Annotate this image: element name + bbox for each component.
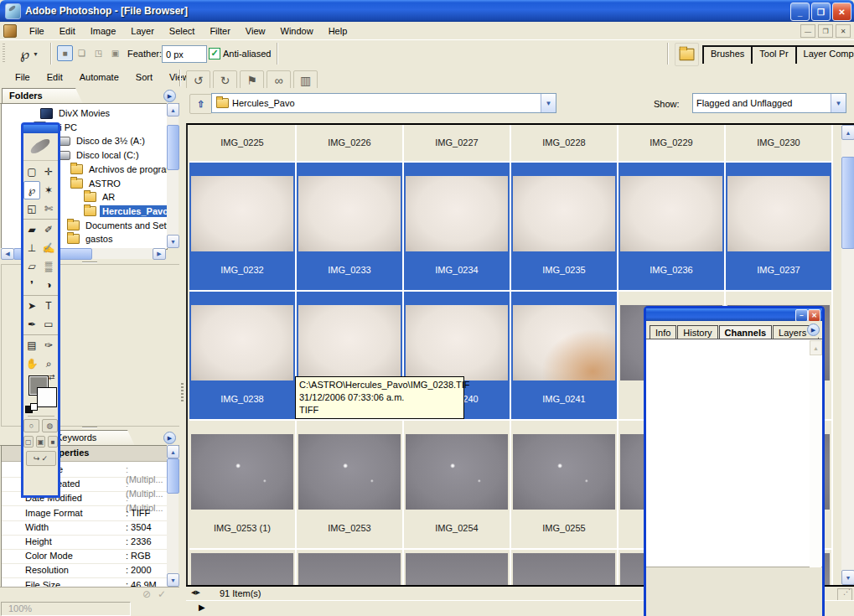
- thumbnail-cell[interactable]: IMG_0230: [726, 125, 831, 161]
- mdi-minimize-button[interactable]: —: [800, 24, 815, 38]
- palette-tab-channels[interactable]: Channels: [719, 325, 773, 339]
- gradient-tool[interactable]: ▒: [40, 257, 57, 276]
- channels-list[interactable]: ▲: [646, 339, 822, 567]
- menu-image[interactable]: Image: [83, 23, 124, 39]
- palette-menu-button[interactable]: ▶: [807, 324, 820, 336]
- thumbnail-cell[interactable]: IMG_0255: [511, 421, 617, 548]
- tree-item-documents-and-settin[interactable]: Documents and Settin: [67, 219, 168, 232]
- antialiased-checkbox[interactable]: ✓: [209, 48, 220, 60]
- thumbnail-cell[interactable]: IMG_0227: [404, 125, 510, 161]
- menu-file[interactable]: File: [22, 23, 52, 39]
- thumbnail-cell[interactable]: [404, 550, 510, 585]
- blur-tool[interactable]: ❜: [23, 276, 40, 294]
- quick-mask-mode-button[interactable]: ◍: [42, 419, 58, 432]
- thumbnail-cell[interactable]: [297, 550, 402, 585]
- options-bar-grip[interactable]: [3, 44, 5, 64]
- thumbnail-cell[interactable]: IMG_0228: [511, 125, 617, 161]
- up-one-level-button[interactable]: ⇧: [189, 94, 212, 114]
- subtract-from-selection-button[interactable]: ◳: [91, 45, 106, 61]
- history-brush-tool[interactable]: ✍: [40, 239, 57, 257]
- restore-button[interactable]: ❐: [811, 3, 831, 21]
- metadata-panel-menu-button[interactable]: ▶: [163, 432, 176, 444]
- thumbnail-cell[interactable]: IMG_0226: [297, 125, 402, 161]
- full-screen-mode-button[interactable]: ■: [48, 436, 58, 448]
- menu-help[interactable]: Help: [321, 23, 355, 39]
- type-tool[interactable]: T: [40, 297, 57, 315]
- channels-palette[interactable]: − ✕ InfoHistoryChannelsLayers▶ ▲: [644, 306, 825, 616]
- crop-tool[interactable]: ◱: [23, 199, 40, 218]
- folders-panel-menu-button[interactable]: ▶: [163, 90, 176, 102]
- toolbox-title-bar[interactable]: [23, 125, 58, 133]
- browser-menu-edit[interactable]: Edit: [39, 70, 71, 84]
- palette-tab-history[interactable]: History: [677, 325, 717, 339]
- grip-icon[interactable]: [837, 588, 852, 601]
- thumbnail-cell[interactable]: IMG_0236: [619, 163, 724, 290]
- thumbnail-cell[interactable]: IMG_0229: [619, 125, 724, 161]
- mdi-close-button[interactable]: ✕: [836, 24, 851, 38]
- panel-splitter[interactable]: [179, 88, 186, 600]
- healing-brush-tool[interactable]: ▰: [23, 220, 40, 239]
- thumbnail-cell[interactable]: IMG_0253: [297, 421, 402, 548]
- rectangular-marquee-tool[interactable]: ▢: [23, 163, 40, 181]
- zoom-level-box[interactable]: 100%: [1, 602, 131, 616]
- browser-menu-automate[interactable]: Automate: [71, 70, 127, 84]
- default-colors-icon[interactable]: [25, 403, 38, 415]
- brush-tool[interactable]: ✐: [40, 220, 57, 239]
- menu-edit[interactable]: Edit: [52, 23, 83, 39]
- file-browser-toggle-button[interactable]: [675, 43, 699, 66]
- thumbnail-cell[interactable]: IMG_0238: [189, 292, 295, 419]
- lasso-tool[interactable]: ℘: [23, 181, 40, 199]
- magic-wand-tool[interactable]: ✶: [40, 181, 57, 199]
- dodge-tool[interactable]: ◑: [40, 276, 57, 294]
- scrollbar-thumb[interactable]: [167, 458, 179, 494]
- standard-mode-button[interactable]: ○: [23, 419, 39, 432]
- apply-icon[interactable]: ✓: [158, 588, 166, 600]
- scroll-up-button[interactable]: ▲: [841, 125, 854, 140]
- mdi-restore-button[interactable]: ❐: [818, 24, 833, 38]
- tree-item-divx-movies[interactable]: DivX Movies: [40, 106, 112, 120]
- scroll-down-button[interactable]: ▼: [167, 573, 179, 587]
- scroll-down-button[interactable]: ▼: [167, 235, 179, 248]
- tree-item-gastos[interactable]: gastos: [67, 232, 115, 246]
- palette-minimize-button[interactable]: −: [795, 309, 808, 322]
- clone-stamp-tool[interactable]: ⊥: [23, 239, 40, 257]
- tree-item-ar[interactable]: AR: [84, 190, 117, 204]
- thumbnail-cell[interactable]: [189, 550, 295, 585]
- show-filter-dropdown[interactable]: Flagged and Unflagged ▼: [692, 93, 846, 113]
- eraser-tool[interactable]: ▱: [23, 257, 40, 276]
- browser-menu-sort[interactable]: Sort: [127, 70, 161, 84]
- zoom-tool[interactable]: ⌕: [40, 355, 57, 373]
- full-screen-menubar-mode-button[interactable]: ▣: [36, 436, 46, 448]
- scroll-right-button[interactable]: ▶: [153, 248, 166, 260]
- new-selection-button[interactable]: ■: [57, 45, 73, 61]
- scroll-down-button[interactable]: ▼: [841, 570, 854, 585]
- thumbnail-cell[interactable]: IMG_0225: [189, 125, 295, 161]
- well-tab-tool-pr[interactable]: Tool Pr: [753, 47, 796, 64]
- thumbnail-cell[interactable]: IMG_0235: [511, 163, 617, 290]
- chevron-down-icon[interactable]: ▼: [541, 94, 556, 112]
- hand-tool[interactable]: ✋: [23, 355, 40, 373]
- scrollbar-thumb[interactable]: [841, 157, 854, 249]
- edit-in-imageready-button[interactable]: ↪ ✓: [26, 451, 56, 466]
- cancel-icon[interactable]: ⊘: [142, 588, 151, 600]
- thumbnail-cell[interactable]: [511, 550, 617, 585]
- thumbnail-cell[interactable]: IMG_0232: [189, 163, 295, 290]
- thumbnail-cell[interactable]: IMG_0233: [297, 163, 402, 290]
- folders-v-scrollbar[interactable]: ▲ ▼: [167, 103, 179, 248]
- intersect-selection-button[interactable]: ▣: [107, 45, 123, 61]
- path-selection-tool[interactable]: ➤: [23, 297, 40, 315]
- tree-item-disco-local-c-[interactable]: Disco local (C:): [57, 148, 142, 162]
- tree-item-archivos-de-programa[interactable]: Archivos de programa: [70, 163, 168, 176]
- menu-select[interactable]: Select: [162, 23, 203, 39]
- menu-view[interactable]: View: [238, 23, 273, 39]
- thumbnail-cell[interactable]: IMG_0253 (1): [189, 421, 295, 548]
- slice-tool[interactable]: ✄: [40, 199, 57, 218]
- eyedropper-tool[interactable]: ✑: [40, 336, 57, 355]
- menu-filter[interactable]: Filter: [202, 23, 237, 39]
- browser-menu-file[interactable]: File: [7, 70, 39, 84]
- minimize-button[interactable]: _: [790, 3, 810, 21]
- add-to-selection-button[interactable]: ❏: [74, 45, 90, 61]
- palette-close-button[interactable]: ✕: [808, 309, 820, 322]
- thumbnail-cell[interactable]: IMG_0237: [726, 163, 831, 290]
- play-arrow-icon[interactable]: ▶: [199, 603, 205, 612]
